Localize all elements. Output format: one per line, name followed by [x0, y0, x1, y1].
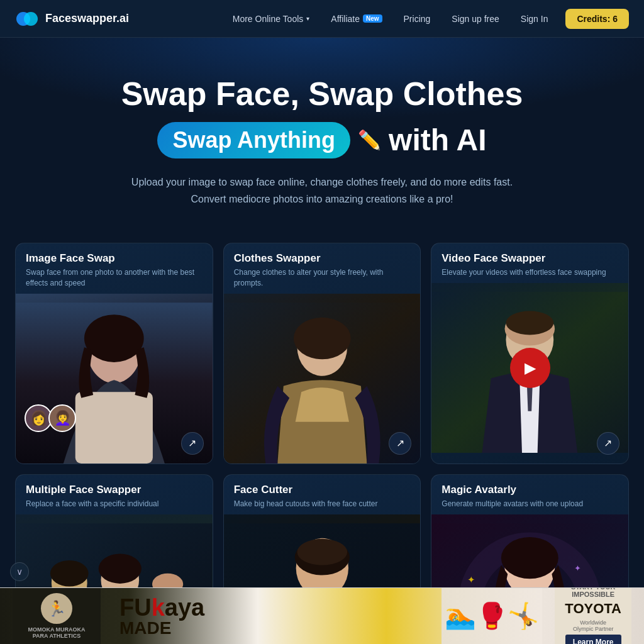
svg-point-17: [99, 553, 142, 583]
nav-signin[interactable]: Sign In: [512, 10, 557, 28]
ad-toyota-section: START YOURIMPOSSIBLE TOYOTA WorldwideOly…: [555, 588, 631, 644]
svg-text:✦: ✦: [575, 564, 582, 573]
credits-button[interactable]: Credits: 6: [565, 9, 629, 29]
target-face-avatar: 👩‍🦱: [48, 404, 76, 432]
card-title-6: Magic Avatarly: [441, 484, 618, 496]
card-video-face-swapper[interactable]: Video Face Swapper Elevate your videos w…: [431, 243, 629, 464]
ad-athletes-image: 🏊🥊🤸: [441, 588, 542, 645]
ad-headline-section: FUkaya MADE: [113, 596, 429, 637]
card-arrow-button-3[interactable]: ↗: [597, 432, 619, 455]
svg-text:✦: ✦: [467, 574, 475, 584]
svg-point-5: [84, 314, 144, 362]
svg-point-28: [501, 537, 558, 579]
card-title-2: Clothes Swapper: [234, 252, 411, 265]
ad-learn-more-button[interactable]: Learn More: [565, 635, 621, 645]
card-arrow-button-1[interactable]: ↗: [181, 432, 204, 455]
swap-anything-badge: Swap Anything: [157, 122, 350, 158]
chevron-down-icon: ▾: [306, 15, 309, 22]
with-ai-text: with AI: [389, 123, 487, 157]
card-desc-2: Change clothes to alter your style freel…: [234, 267, 411, 289]
scroll-down-button[interactable]: ∨: [10, 562, 29, 581]
card-header-6: Magic Avatarly Generate multiple avatars…: [431, 475, 628, 514]
card-desc-6: Generate multiple avatars with one uploa…: [441, 499, 618, 509]
ad-left-brand: 🏃 MOMOKA MURAOKAPARA ATHLETICS: [13, 588, 101, 644]
svg-rect-4: [75, 392, 153, 464]
nav-affiliate[interactable]: Affiliate New: [322, 10, 391, 28]
card-title-3: Video Face Swapper: [441, 252, 618, 265]
svg-point-1: [24, 12, 38, 26]
youtube-play-icon[interactable]: ▶: [510, 348, 550, 388]
hero-title-line1: Swap Face, Swap Clothes: [15, 75, 629, 113]
navbar: Faceswapper.ai More Online Tools ▾ Affil…: [0, 0, 644, 38]
logo-text: Faceswapper.ai: [45, 12, 129, 25]
ad-headline-text: FUkaya: [119, 596, 204, 619]
nav-signup[interactable]: Sign up free: [443, 10, 508, 28]
cards-grid: Image Face Swap Swap face from one photo…: [15, 243, 629, 644]
card-clothes-swapper[interactable]: Clothes Swapper Change clothes to alter …: [223, 243, 421, 464]
card-header-1: Image Face Swap Swap face from one photo…: [16, 243, 213, 294]
ad-athlete-image: 🏃: [41, 593, 72, 624]
ad-athlete-name: MOMOKA MURAOKAPARA ATHLETICS: [28, 626, 85, 639]
new-badge: New: [363, 14, 382, 23]
ad-inner: 🏃 MOMOKA MURAOKAPARA ATHLETICS FUkaya MA…: [0, 588, 644, 644]
card-title-4: Multiple Face Swapper: [26, 484, 203, 496]
svg-point-12: [506, 311, 554, 335]
card-header-3: Video Face Swapper Elevate your videos w…: [431, 243, 628, 283]
card-desc-4: Replace a face with a specific individua…: [26, 499, 203, 509]
nav-pricing[interactable]: Pricing: [395, 10, 440, 28]
ad-made-text: MADE: [119, 619, 171, 637]
card-header-5: Face Cutter Make big head cutouts with f…: [224, 475, 421, 514]
card-title-1: Image Face Swap: [26, 252, 203, 265]
hero-line2: Swap Anything ✏️ with AI: [15, 122, 629, 158]
svg-point-15: [50, 560, 89, 586]
card-header-4: Multiple Face Swapper Replace a face wit…: [16, 475, 213, 514]
ad-banner: 🏃 MOMOKA MURAOKAPARA ATHLETICS FUkaya MA…: [0, 587, 644, 644]
face-avatars-row: 👩 👩‍🦱: [25, 404, 76, 432]
hero-subtitle-2: Convert mediocre photos into amazing cre…: [15, 191, 629, 208]
card-desc-5: Make big head cutouts with free face cut…: [234, 499, 411, 509]
squiggle-icon: ✏️: [358, 129, 381, 151]
card-image-3: ▶: [431, 283, 628, 453]
hero-subtitle-1: Upload your image to swap face online, c…: [15, 174, 629, 191]
ad-partner-text: WorldwideOlympic Partner: [573, 619, 614, 632]
ad-toyota-logo: TOYOTA: [565, 601, 621, 617]
nav-links: More Online Tools ▾ Affiliate New Pricin…: [224, 9, 629, 29]
svg-point-8: [294, 318, 351, 359]
logo[interactable]: Faceswapper.ai: [15, 7, 129, 31]
logo-icon: [15, 7, 39, 31]
card-image-face-swap[interactable]: Image Face Swap Swap face from one photo…: [15, 243, 213, 464]
card-desc-3: Elevate your videos with effortless face…: [441, 267, 618, 278]
card-title-5: Face Cutter: [234, 484, 411, 496]
card-arrow-button-2[interactable]: ↗: [389, 432, 411, 455]
nav-more-tools[interactable]: More Online Tools ▾: [224, 10, 319, 28]
cards-section: Image Face Swap Swap face from one photo…: [0, 233, 644, 644]
svg-point-23: [297, 538, 347, 565]
card-desc-1: Swap face from one photo to another with…: [26, 267, 203, 289]
play-button-overlay[interactable]: ▶: [510, 348, 550, 388]
card-header-2: Clothes Swapper Change clothes to alter …: [224, 243, 421, 294]
ad-start-text: START YOURIMPOSSIBLE: [571, 587, 616, 598]
hero-section: Swap Face, Swap Clothes Swap Anything ✏️…: [0, 38, 644, 233]
